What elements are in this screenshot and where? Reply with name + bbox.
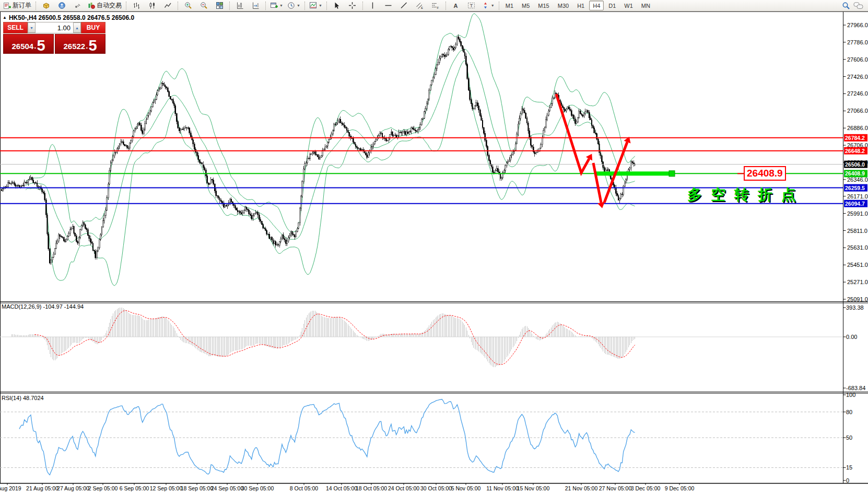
svg-text:27 Nov 05:00: 27 Nov 05:00 (599, 485, 632, 491)
bar-chart-icon (133, 2, 140, 9)
new-chart-button[interactable]: ▼ (268, 0, 285, 11)
tf-W1[interactable]: W1 (620, 1, 637, 10)
horizontal-line-icon (384, 2, 392, 9)
profile-button[interactable] (54, 0, 69, 11)
svg-text:24 Sep 05:00: 24 Sep 05:00 (211, 485, 244, 491)
svg-text:26886.0: 26886.0 (847, 125, 868, 131)
svg-text:27966.0: 27966.0 (847, 22, 868, 28)
toolbar-separator (265, 2, 266, 10)
bid-dot: . (34, 41, 36, 50)
tf-H4[interactable]: H4 (589, 1, 604, 10)
svg-text:A: A (454, 3, 458, 9)
channel-icon: E (416, 2, 424, 9)
new-order-icon (3, 2, 11, 9)
chinese-annotation[interactable]: 多空转折点 (687, 185, 805, 205)
line-handle[interactable] (669, 171, 675, 177)
svg-text:15 Nov 05:00: 15 Nov 05:00 (517, 485, 550, 491)
mt4-window: 新订单 自动交易 ▼ ▼ ▼ E F A (0, 0, 868, 493)
auto-scroll-button[interactable] (248, 0, 263, 11)
period-button[interactable]: ▼ (285, 0, 302, 11)
cursor-button[interactable] (329, 0, 345, 11)
trendline-button[interactable] (396, 0, 412, 11)
vertical-line-icon (369, 2, 377, 9)
svg-text:80: 80 (846, 409, 852, 415)
tile-windows-button[interactable] (212, 0, 227, 11)
horizontal-line-button[interactable] (381, 0, 396, 11)
svg-text:F: F (437, 6, 439, 9)
bid-main: 26504 (11, 42, 33, 50)
volume-down-button[interactable]: ▼ (28, 22, 36, 33)
tf-D1[interactable]: D1 (605, 1, 619, 10)
volume-up-button[interactable]: ▲ (73, 22, 81, 33)
zoom-in-icon (184, 2, 192, 9)
svg-text:24 Oct 05:00: 24 Oct 05:00 (388, 485, 419, 491)
svg-text:26408.9: 26408.9 (845, 170, 865, 177)
autotrading-icon (87, 2, 95, 9)
market-watch-button[interactable] (38, 0, 54, 11)
svg-text:0.00: 0.00 (846, 334, 857, 340)
svg-text:26094.7: 26094.7 (845, 201, 865, 207)
signal-button[interactable] (69, 0, 85, 11)
collapse-icon[interactable]: ▲ (3, 16, 7, 20)
chart-canvas[interactable]: 27966.027786.027606.027426.027246.027066… (0, 0, 868, 493)
new-chart-icon (270, 2, 278, 9)
channel-button[interactable]: E (412, 0, 428, 11)
chat-icon[interactable] (853, 2, 864, 10)
vertical-line-button[interactable] (365, 0, 381, 11)
svg-text:3 Dec 05:00: 3 Dec 05:00 (631, 485, 661, 491)
new-order-button[interactable]: 新订单 (1, 0, 33, 11)
line-chart-button[interactable] (160, 0, 175, 11)
search-icon[interactable] (842, 2, 850, 10)
toolbar-separator (229, 2, 230, 10)
tf-H1[interactable]: H1 (573, 1, 588, 10)
toolbar-right (842, 2, 867, 10)
arrows-button[interactable]: ▼ (479, 0, 497, 11)
svg-text:8 Oct 05:00: 8 Oct 05:00 (290, 485, 318, 491)
fibonacci-button[interactable]: F (428, 0, 443, 11)
buy-button[interactable]: BUY (81, 22, 105, 33)
tf-M1[interactable]: M1 (502, 1, 517, 10)
svg-text:26346.0: 26346.0 (847, 177, 868, 183)
arrange-charts-button[interactable] (232, 0, 248, 11)
volume-value[interactable]: 1.00 (36, 22, 73, 33)
arrow-objects-icon (482, 2, 489, 9)
indicators-button[interactable]: ▼ (307, 0, 324, 11)
toolbar-separator (445, 2, 446, 10)
svg-text:9 Dec 05:00: 9 Dec 05:00 (665, 485, 695, 491)
sell-price-button[interactable]: 26504.5 (3, 34, 54, 54)
signal-icon (74, 2, 81, 9)
svg-text:27426.0: 27426.0 (847, 74, 868, 80)
auto-scroll-icon (252, 2, 260, 9)
tf-M30[interactable]: M30 (554, 1, 572, 10)
candlestick-chart-icon (148, 2, 156, 9)
tf-MN[interactable]: MN (638, 1, 654, 10)
text-label-button[interactable]: T (464, 0, 479, 11)
line-chart-icon (164, 2, 172, 9)
svg-text:21 Aug 05:00: 21 Aug 05:00 (26, 485, 58, 491)
ask-fraction: 5 (88, 39, 97, 52)
zoom-in-button[interactable] (180, 0, 196, 11)
svg-text:6 Sep 05:00: 6 Sep 05:00 (120, 485, 149, 491)
autotrading-button[interactable]: 自动交易 (85, 0, 124, 11)
candlestick-chart-button[interactable] (144, 0, 160, 11)
chart-title-text: HK50-,H4 26500.5 26558.0 26476.5 26506.0 (9, 14, 134, 21)
macd-indicator-label: MACD(12,26,9) -104.97 -144.94 (2, 303, 84, 310)
svg-text:100: 100 (846, 392, 855, 398)
sell-button[interactable]: SELL (3, 22, 28, 33)
svg-text:0: 0 (846, 477, 849, 484)
tf-M5[interactable]: M5 (518, 1, 533, 10)
price-alert-label[interactable]: 26408.9 (744, 166, 786, 181)
tf-M15[interactable]: M15 (534, 1, 553, 10)
buy-price-button[interactable]: 26522.5 (55, 34, 105, 54)
bar-chart-button[interactable] (128, 0, 144, 11)
toolbar-separator (326, 2, 327, 10)
profile-icon (58, 2, 66, 9)
crosshair-button[interactable] (345, 0, 360, 11)
chart-title: ▲ HK50-,H4 26500.5 26558.0 26476.5 26506… (3, 14, 134, 21)
zoom-out-button[interactable] (196, 0, 212, 11)
svg-text:26784.2: 26784.2 (845, 135, 865, 141)
svg-text:-683.84: -683.84 (846, 385, 865, 391)
svg-text:5 Aug 2019: 5 Aug 2019 (0, 485, 21, 491)
indicators-icon (309, 2, 317, 9)
text-button[interactable]: A (448, 0, 464, 11)
